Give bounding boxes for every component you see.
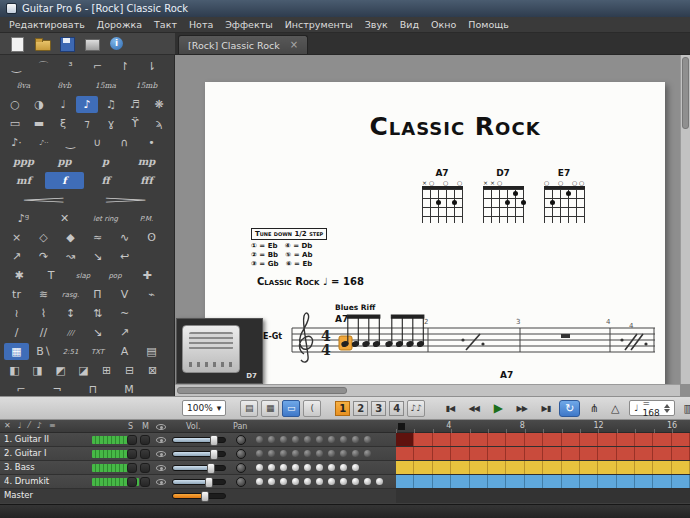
knob-icon[interactable] (328, 478, 335, 485)
timeline-measure[interactable] (488, 475, 506, 488)
pan-knob[interactable] (236, 463, 246, 473)
mute-button[interactable] (140, 477, 150, 487)
tremolo-two-icon[interactable]: // (31, 324, 56, 341)
timeline-measure[interactable] (525, 475, 543, 488)
plus-icon[interactable]: ✚ (132, 267, 162, 284)
remove-bar-icon[interactable]: ⊟ (119, 362, 140, 379)
timeline-measure[interactable] (562, 447, 580, 460)
knob-icon[interactable] (340, 464, 347, 471)
knob-icon[interactable] (316, 436, 323, 443)
knob-icon[interactable] (352, 436, 359, 443)
metronome-icon[interactable]: △ (606, 400, 624, 417)
timeline-measure[interactable] (506, 433, 524, 446)
menu-item-8[interactable]: Окно (425, 17, 462, 32)
eighth-column-icon[interactable]: ♪ (37, 420, 42, 432)
arpeggio-up-icon[interactable]: ≀ (4, 305, 29, 322)
volume-slider[interactable] (172, 465, 226, 471)
track-name[interactable]: 1. Guitar II (4, 433, 90, 446)
beam-join-icon[interactable]: ⌐ (85, 58, 110, 75)
slide-icon[interactable]: ↩ (112, 248, 137, 265)
knob-icon[interactable] (292, 436, 299, 443)
thirty-second-rest-icon[interactable]: ϔ (124, 115, 146, 132)
rasgueado-icon[interactable]: rasg. (58, 286, 83, 303)
repeat-close-icon[interactable]: ◨ (27, 362, 48, 379)
timeline-measure[interactable] (543, 433, 561, 446)
tie-icon[interactable]: ‿ (4, 58, 29, 75)
timeline-measure[interactable] (451, 433, 469, 446)
visibility-toggle-icon[interactable] (156, 437, 166, 443)
knob-icon[interactable] (256, 436, 263, 443)
quarter-column-icon[interactable]: ♩ (18, 420, 22, 432)
timeline-measure[interactable] (396, 475, 414, 488)
timeline-ruler[interactable]: 481216 (396, 420, 690, 433)
sixty-fourth-rest-icon[interactable]: ϡ (148, 115, 170, 132)
whole-rest-icon[interactable]: ▭ (4, 115, 26, 132)
dynamic-fff-icon[interactable]: fff (127, 172, 166, 189)
stem-down-icon[interactable]: ⇂ (139, 58, 164, 75)
trill-icon[interactable]: tr (4, 286, 29, 303)
time-marker-icon[interactable]: 2:51 (58, 343, 83, 360)
timeline-measure[interactable] (617, 447, 635, 460)
zoom-select[interactable]: 100% ▾ (182, 400, 226, 416)
timeline-measure[interactable] (543, 461, 561, 474)
octave-up-icon[interactable]: 8va (4, 77, 43, 94)
dynamic-mp-icon[interactable]: mp (127, 153, 166, 170)
volume-handle[interactable] (210, 435, 218, 446)
solo-button[interactable] (127, 477, 137, 487)
timeline-measure[interactable] (562, 433, 580, 446)
timeline-measure[interactable] (598, 447, 616, 460)
save-file-icon[interactable] (58, 35, 76, 53)
volume-slider[interactable] (172, 479, 226, 485)
quindicesima-up-icon[interactable]: 15ma (86, 77, 125, 94)
quindicesima-down-icon[interactable]: 15mb (127, 77, 166, 94)
timeline-measure[interactable] (525, 433, 543, 446)
knob-icon[interactable] (364, 478, 371, 485)
timeline-measure[interactable] (580, 461, 598, 474)
timeline-measure[interactable] (506, 461, 524, 474)
accent-icon[interactable]: ʘ (139, 229, 164, 246)
pan-knob[interactable] (236, 449, 246, 459)
release-icon[interactable]: ↘ (85, 248, 110, 265)
knob-icon[interactable] (316, 464, 323, 471)
bracket-icon[interactable]: ⊓ (76, 381, 110, 396)
tremolo-three-icon[interactable]: /// (58, 324, 83, 341)
timeline-measure[interactable] (617, 433, 635, 446)
knob-icon[interactable] (256, 450, 263, 457)
timeline-measure[interactable] (635, 461, 653, 474)
knob-icon[interactable] (292, 464, 299, 471)
pan-knob[interactable] (236, 435, 246, 445)
timeline-measure[interactable] (414, 461, 432, 474)
timeline-measure[interactable] (635, 433, 653, 446)
downstroke-icon[interactable]: Π (85, 286, 110, 303)
timeline-measure[interactable] (470, 433, 488, 446)
bend-release-icon[interactable]: ↷ (31, 248, 56, 265)
play-button[interactable]: ▶ (487, 400, 508, 417)
knob-icon[interactable] (328, 464, 335, 471)
timeline-measure[interactable] (653, 433, 671, 446)
bend-icon[interactable]: ↗ (4, 248, 29, 265)
crescendo-icon[interactable]: < (4, 191, 84, 208)
timeline-measure[interactable] (543, 475, 561, 488)
knob-icon[interactable] (352, 464, 359, 471)
visibility-toggle-icon[interactable] (156, 451, 166, 457)
go-start-button[interactable]: ▮◀ (439, 400, 460, 417)
beat-counter-2[interactable]: 2 (353, 401, 368, 416)
knob-icon[interactable] (256, 464, 263, 471)
timeline-measure[interactable] (635, 447, 653, 460)
tempo-spinner[interactable]: ♩ = 168 (629, 400, 674, 416)
info-icon[interactable] (108, 35, 126, 53)
timeline-measure[interactable] (562, 461, 580, 474)
timeline-measure[interactable] (488, 433, 506, 446)
beat-counter-3[interactable]: 3 (371, 401, 386, 416)
export-icon[interactable] (83, 35, 101, 53)
track-name[interactable]: 4. Drumkit (4, 475, 90, 488)
eighth-rest-icon[interactable]: ⁊ (76, 115, 98, 132)
timeline-measure[interactable] (653, 461, 671, 474)
menu-item-9[interactable]: Помощь (462, 17, 514, 32)
timeline-measure[interactable] (543, 447, 561, 460)
knob-icon[interactable] (280, 478, 287, 485)
dynamic-f-icon[interactable]: f (45, 172, 84, 189)
parenthesis-view-button[interactable]: ( (303, 400, 321, 417)
vertical-scrollbar[interactable] (680, 55, 690, 384)
pan-knob[interactable] (236, 477, 246, 487)
